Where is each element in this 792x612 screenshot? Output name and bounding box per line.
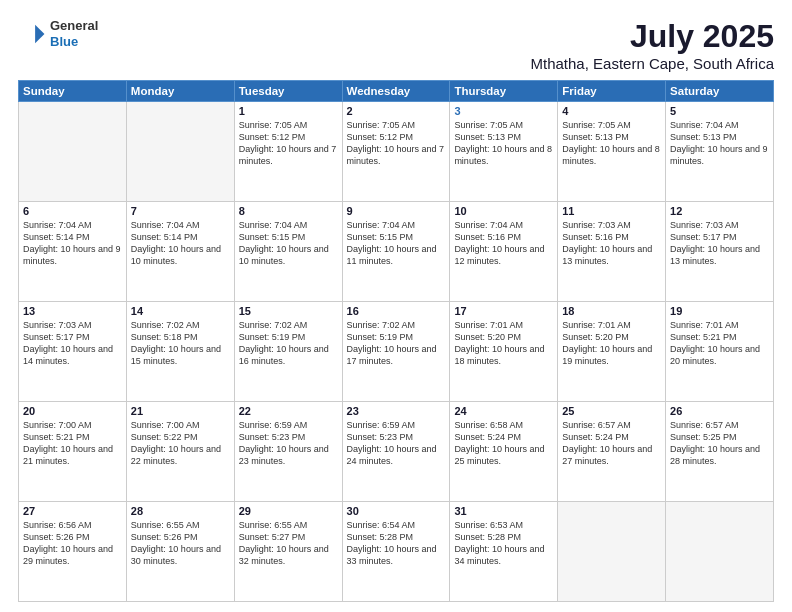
day-number: 30 <box>347 505 446 517</box>
calendar-cell <box>19 102 127 202</box>
calendar-cell <box>126 102 234 202</box>
day-number: 27 <box>23 505 122 517</box>
calendar-cell: 19Sunrise: 7:01 AMSunset: 5:21 PMDayligh… <box>666 302 774 402</box>
calendar-cell: 28Sunrise: 6:55 AMSunset: 5:26 PMDayligh… <box>126 502 234 602</box>
day-number: 20 <box>23 405 122 417</box>
calendar-cell: 30Sunrise: 6:54 AMSunset: 5:28 PMDayligh… <box>342 502 450 602</box>
day-number: 28 <box>131 505 230 517</box>
column-header-thursday: Thursday <box>450 81 558 102</box>
day-number: 12 <box>670 205 769 217</box>
day-number: 13 <box>23 305 122 317</box>
day-number: 3 <box>454 105 553 117</box>
day-number: 25 <box>562 405 661 417</box>
day-info: Sunrise: 7:04 AMSunset: 5:14 PMDaylight:… <box>23 219 122 268</box>
day-number: 18 <box>562 305 661 317</box>
svg-marker-0 <box>35 24 44 43</box>
calendar-cell: 14Sunrise: 7:02 AMSunset: 5:18 PMDayligh… <box>126 302 234 402</box>
day-info: Sunrise: 6:59 AMSunset: 5:23 PMDaylight:… <box>239 419 338 468</box>
day-info: Sunrise: 7:01 AMSunset: 5:20 PMDaylight:… <box>454 319 553 368</box>
calendar-cell: 2Sunrise: 7:05 AMSunset: 5:12 PMDaylight… <box>342 102 450 202</box>
day-number: 23 <box>347 405 446 417</box>
calendar-cell: 5Sunrise: 7:04 AMSunset: 5:13 PMDaylight… <box>666 102 774 202</box>
calendar-cell: 15Sunrise: 7:02 AMSunset: 5:19 PMDayligh… <box>234 302 342 402</box>
day-info: Sunrise: 6:59 AMSunset: 5:23 PMDaylight:… <box>347 419 446 468</box>
day-info: Sunrise: 7:00 AMSunset: 5:21 PMDaylight:… <box>23 419 122 468</box>
day-info: Sunrise: 6:54 AMSunset: 5:28 PMDaylight:… <box>347 519 446 568</box>
day-info: Sunrise: 7:02 AMSunset: 5:19 PMDaylight:… <box>347 319 446 368</box>
day-info: Sunrise: 7:04 AMSunset: 5:14 PMDaylight:… <box>131 219 230 268</box>
logo-icon <box>18 20 46 48</box>
day-number: 10 <box>454 205 553 217</box>
column-header-sunday: Sunday <box>19 81 127 102</box>
calendar-cell: 13Sunrise: 7:03 AMSunset: 5:17 PMDayligh… <box>19 302 127 402</box>
calendar-cell: 3Sunrise: 7:05 AMSunset: 5:13 PMDaylight… <box>450 102 558 202</box>
day-info: Sunrise: 7:02 AMSunset: 5:18 PMDaylight:… <box>131 319 230 368</box>
logo-text: General Blue <box>50 18 98 49</box>
logo: General Blue <box>18 18 98 49</box>
day-info: Sunrise: 7:02 AMSunset: 5:19 PMDaylight:… <box>239 319 338 368</box>
day-number: 8 <box>239 205 338 217</box>
day-info: Sunrise: 6:55 AMSunset: 5:26 PMDaylight:… <box>131 519 230 568</box>
day-number: 29 <box>239 505 338 517</box>
day-info: Sunrise: 7:01 AMSunset: 5:21 PMDaylight:… <box>670 319 769 368</box>
calendar-cell: 21Sunrise: 7:00 AMSunset: 5:22 PMDayligh… <box>126 402 234 502</box>
column-header-tuesday: Tuesday <box>234 81 342 102</box>
calendar-table: SundayMondayTuesdayWednesdayThursdayFrid… <box>18 80 774 602</box>
calendar-cell: 26Sunrise: 6:57 AMSunset: 5:25 PMDayligh… <box>666 402 774 502</box>
calendar-cell: 31Sunrise: 6:53 AMSunset: 5:28 PMDayligh… <box>450 502 558 602</box>
day-number: 19 <box>670 305 769 317</box>
calendar-cell <box>558 502 666 602</box>
calendar-cell <box>666 502 774 602</box>
day-number: 26 <box>670 405 769 417</box>
day-number: 21 <box>131 405 230 417</box>
day-info: Sunrise: 6:55 AMSunset: 5:27 PMDaylight:… <box>239 519 338 568</box>
day-info: Sunrise: 6:56 AMSunset: 5:26 PMDaylight:… <box>23 519 122 568</box>
calendar-cell: 25Sunrise: 6:57 AMSunset: 5:24 PMDayligh… <box>558 402 666 502</box>
calendar-cell: 9Sunrise: 7:04 AMSunset: 5:15 PMDaylight… <box>342 202 450 302</box>
day-number: 9 <box>347 205 446 217</box>
day-info: Sunrise: 7:05 AMSunset: 5:13 PMDaylight:… <box>454 119 553 168</box>
calendar-cell: 1Sunrise: 7:05 AMSunset: 5:12 PMDaylight… <box>234 102 342 202</box>
day-number: 17 <box>454 305 553 317</box>
day-info: Sunrise: 7:04 AMSunset: 5:13 PMDaylight:… <box>670 119 769 168</box>
column-header-monday: Monday <box>126 81 234 102</box>
calendar-cell: 10Sunrise: 7:04 AMSunset: 5:16 PMDayligh… <box>450 202 558 302</box>
week-row-5: 27Sunrise: 6:56 AMSunset: 5:26 PMDayligh… <box>19 502 774 602</box>
calendar-header-row: SundayMondayTuesdayWednesdayThursdayFrid… <box>19 81 774 102</box>
day-number: 2 <box>347 105 446 117</box>
day-number: 22 <box>239 405 338 417</box>
calendar-cell: 20Sunrise: 7:00 AMSunset: 5:21 PMDayligh… <box>19 402 127 502</box>
day-info: Sunrise: 7:05 AMSunset: 5:13 PMDaylight:… <box>562 119 661 168</box>
day-number: 11 <box>562 205 661 217</box>
day-info: Sunrise: 6:57 AMSunset: 5:24 PMDaylight:… <box>562 419 661 468</box>
calendar-cell: 17Sunrise: 7:01 AMSunset: 5:20 PMDayligh… <box>450 302 558 402</box>
day-info: Sunrise: 7:03 AMSunset: 5:16 PMDaylight:… <box>562 219 661 268</box>
day-number: 31 <box>454 505 553 517</box>
calendar-cell: 4Sunrise: 7:05 AMSunset: 5:13 PMDaylight… <box>558 102 666 202</box>
day-number: 1 <box>239 105 338 117</box>
calendar-cell: 23Sunrise: 6:59 AMSunset: 5:23 PMDayligh… <box>342 402 450 502</box>
day-info: Sunrise: 7:05 AMSunset: 5:12 PMDaylight:… <box>239 119 338 168</box>
calendar-subtitle: Mthatha, Eastern Cape, South Africa <box>531 55 774 72</box>
day-info: Sunrise: 7:03 AMSunset: 5:17 PMDaylight:… <box>23 319 122 368</box>
calendar-cell: 22Sunrise: 6:59 AMSunset: 5:23 PMDayligh… <box>234 402 342 502</box>
calendar-title: July 2025 <box>531 18 774 55</box>
week-row-1: 1Sunrise: 7:05 AMSunset: 5:12 PMDaylight… <box>19 102 774 202</box>
day-info: Sunrise: 7:04 AMSunset: 5:15 PMDaylight:… <box>347 219 446 268</box>
day-number: 24 <box>454 405 553 417</box>
day-info: Sunrise: 6:57 AMSunset: 5:25 PMDaylight:… <box>670 419 769 468</box>
day-info: Sunrise: 7:04 AMSunset: 5:16 PMDaylight:… <box>454 219 553 268</box>
day-number: 14 <box>131 305 230 317</box>
day-number: 7 <box>131 205 230 217</box>
day-info: Sunrise: 7:03 AMSunset: 5:17 PMDaylight:… <box>670 219 769 268</box>
day-number: 15 <box>239 305 338 317</box>
calendar-cell: 11Sunrise: 7:03 AMSunset: 5:16 PMDayligh… <box>558 202 666 302</box>
day-number: 6 <box>23 205 122 217</box>
day-info: Sunrise: 7:05 AMSunset: 5:12 PMDaylight:… <box>347 119 446 168</box>
calendar-cell: 18Sunrise: 7:01 AMSunset: 5:20 PMDayligh… <box>558 302 666 402</box>
calendar-cell: 29Sunrise: 6:55 AMSunset: 5:27 PMDayligh… <box>234 502 342 602</box>
page: General Blue July 2025 Mthatha, Eastern … <box>0 0 792 612</box>
calendar-cell: 6Sunrise: 7:04 AMSunset: 5:14 PMDaylight… <box>19 202 127 302</box>
column-header-wednesday: Wednesday <box>342 81 450 102</box>
logo-blue: Blue <box>50 34 98 50</box>
